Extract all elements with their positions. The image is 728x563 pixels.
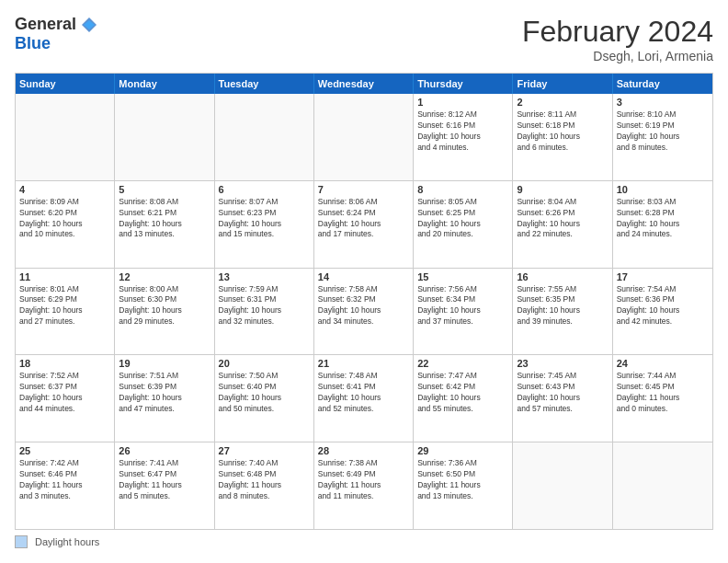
day-info: Sunrise: 8:01 AM Sunset: 6:29 PM Dayligh… (19, 284, 110, 328)
day-number: 18 (19, 358, 110, 369)
day-number: 13 (219, 271, 310, 282)
cal-day-empty (215, 94, 314, 180)
day-number: 22 (417, 358, 508, 369)
page: General Blue February 2024 Dsegh, Lori, … (0, 0, 728, 563)
logo-icon (80, 16, 98, 34)
day-info: Sunrise: 7:58 AM Sunset: 6:32 PM Dayligh… (318, 284, 409, 328)
cal-day-7: 7Sunrise: 8:06 AM Sunset: 6:24 PM Daylig… (314, 181, 414, 268)
day-number: 27 (219, 445, 310, 456)
cal-day-12: 12Sunrise: 8:00 AM Sunset: 6:30 PM Dayli… (115, 269, 214, 355)
day-number: 7 (318, 184, 409, 195)
cal-day-empty (16, 94, 115, 180)
cal-day-26: 26Sunrise: 7:41 AM Sunset: 6:47 PM Dayli… (115, 442, 214, 529)
day-info: Sunrise: 8:09 AM Sunset: 6:20 PM Dayligh… (19, 197, 110, 241)
day-number: 23 (517, 358, 608, 369)
cal-day-16: 16Sunrise: 7:55 AM Sunset: 6:35 PM Dayli… (513, 269, 612, 355)
day-number: 3 (617, 97, 709, 108)
location-subtitle: Dsegh, Lori, Armenia (522, 49, 713, 63)
day-info: Sunrise: 7:40 AM Sunset: 6:48 PM Dayligh… (219, 458, 310, 502)
cal-week-5: 25Sunrise: 7:42 AM Sunset: 6:46 PM Dayli… (16, 442, 712, 529)
calendar-header: SundayMondayTuesdayWednesdayThursdayFrid… (16, 74, 712, 94)
day-number: 15 (417, 271, 508, 282)
cal-header-day-monday: Monday (115, 74, 214, 94)
cal-header-day-thursday: Thursday (414, 74, 513, 94)
cal-week-4: 18Sunrise: 7:52 AM Sunset: 6:37 PM Dayli… (16, 355, 712, 442)
logo-text: General (15, 15, 98, 34)
day-info: Sunrise: 8:10 AM Sunset: 6:19 PM Dayligh… (617, 109, 709, 154)
day-number: 25 (19, 445, 110, 456)
day-number: 4 (19, 184, 110, 195)
day-info: Sunrise: 7:48 AM Sunset: 6:41 PM Dayligh… (318, 371, 409, 415)
cal-day-5: 5Sunrise: 8:08 AM Sunset: 6:21 PM Daylig… (115, 181, 214, 268)
calendar-body: 1Sunrise: 8:12 AM Sunset: 6:16 PM Daylig… (16, 94, 712, 529)
day-number: 14 (318, 271, 409, 282)
day-info: Sunrise: 7:59 AM Sunset: 6:31 PM Dayligh… (219, 284, 310, 328)
day-info: Sunrise: 7:47 AM Sunset: 6:42 PM Dayligh… (417, 371, 508, 415)
cal-week-2: 4Sunrise: 8:09 AM Sunset: 6:20 PM Daylig… (16, 181, 712, 269)
cal-day-2: 2Sunrise: 8:11 AM Sunset: 6:18 PM Daylig… (513, 94, 612, 180)
day-info: Sunrise: 7:45 AM Sunset: 6:43 PM Dayligh… (517, 371, 608, 415)
logo: General Blue (15, 15, 98, 53)
day-info: Sunrise: 7:41 AM Sunset: 6:47 PM Dayligh… (119, 458, 210, 502)
cal-day-21: 21Sunrise: 7:48 AM Sunset: 6:41 PM Dayli… (314, 355, 414, 442)
cal-day-9: 9Sunrise: 8:04 AM Sunset: 6:26 PM Daylig… (513, 181, 612, 268)
cal-day-6: 6Sunrise: 8:07 AM Sunset: 6:23 PM Daylig… (215, 181, 314, 268)
day-info: Sunrise: 7:42 AM Sunset: 6:46 PM Dayligh… (19, 458, 110, 502)
logo-blue: Blue (15, 34, 51, 53)
day-number: 9 (517, 184, 608, 195)
day-number: 11 (19, 271, 110, 282)
cal-day-27: 27Sunrise: 7:40 AM Sunset: 6:48 PM Dayli… (215, 442, 314, 529)
day-number: 19 (119, 358, 210, 369)
day-number: 17 (617, 271, 709, 282)
cal-day-20: 20Sunrise: 7:50 AM Sunset: 6:40 PM Dayli… (215, 355, 314, 442)
day-info: Sunrise: 7:36 AM Sunset: 6:50 PM Dayligh… (417, 458, 508, 502)
day-info: Sunrise: 7:44 AM Sunset: 6:45 PM Dayligh… (617, 371, 709, 415)
day-number: 20 (219, 358, 310, 369)
day-info: Sunrise: 8:12 AM Sunset: 6:16 PM Dayligh… (417, 109, 508, 154)
day-info: Sunrise: 7:56 AM Sunset: 6:34 PM Dayligh… (417, 284, 508, 328)
cal-week-1: 1Sunrise: 8:12 AM Sunset: 6:16 PM Daylig… (16, 94, 712, 181)
day-number: 24 (617, 358, 709, 369)
day-number: 8 (417, 184, 508, 195)
cal-day-25: 25Sunrise: 7:42 AM Sunset: 6:46 PM Dayli… (16, 442, 115, 529)
cal-day-13: 13Sunrise: 7:59 AM Sunset: 6:31 PM Dayli… (215, 269, 314, 355)
cal-header-day-sunday: Sunday (16, 74, 115, 94)
day-info: Sunrise: 8:08 AM Sunset: 6:21 PM Dayligh… (119, 197, 210, 241)
day-number: 5 (119, 184, 210, 195)
cal-header-day-saturday: Saturday (613, 74, 712, 94)
cal-day-empty (513, 442, 612, 529)
month-title: February 2024 (522, 15, 713, 49)
day-info: Sunrise: 7:38 AM Sunset: 6:49 PM Dayligh… (318, 458, 409, 502)
cal-day-empty (613, 442, 712, 529)
day-info: Sunrise: 8:07 AM Sunset: 6:23 PM Dayligh… (219, 197, 310, 241)
day-number: 6 (219, 184, 310, 195)
footer: Daylight hours (15, 535, 713, 548)
cal-header-day-friday: Friday (513, 74, 612, 94)
day-info: Sunrise: 8:04 AM Sunset: 6:26 PM Dayligh… (517, 197, 608, 241)
cal-day-28: 28Sunrise: 7:38 AM Sunset: 6:49 PM Dayli… (314, 442, 414, 529)
day-number: 10 (617, 184, 709, 195)
day-info: Sunrise: 8:00 AM Sunset: 6:30 PM Dayligh… (119, 284, 210, 328)
cal-header-day-tuesday: Tuesday (215, 74, 314, 94)
day-number: 1 (417, 97, 508, 108)
cal-day-22: 22Sunrise: 7:47 AM Sunset: 6:42 PM Dayli… (414, 355, 513, 442)
day-info: Sunrise: 7:51 AM Sunset: 6:39 PM Dayligh… (119, 371, 210, 415)
cal-day-10: 10Sunrise: 8:03 AM Sunset: 6:28 PM Dayli… (613, 181, 712, 268)
cal-header-day-wednesday: Wednesday (314, 74, 414, 94)
day-number: 16 (517, 271, 608, 282)
title-section: February 2024 Dsegh, Lori, Armenia (522, 15, 713, 63)
day-number: 2 (517, 97, 608, 108)
day-info: Sunrise: 8:03 AM Sunset: 6:28 PM Dayligh… (617, 197, 709, 241)
day-info: Sunrise: 8:11 AM Sunset: 6:18 PM Dayligh… (517, 109, 608, 154)
day-info: Sunrise: 7:55 AM Sunset: 6:35 PM Dayligh… (517, 284, 608, 328)
cal-day-11: 11Sunrise: 8:01 AM Sunset: 6:29 PM Dayli… (16, 269, 115, 355)
day-number: 26 (119, 445, 210, 456)
calendar: SundayMondayTuesdayWednesdayThursdayFrid… (15, 73, 713, 530)
cal-day-19: 19Sunrise: 7:51 AM Sunset: 6:39 PM Dayli… (115, 355, 214, 442)
cal-day-18: 18Sunrise: 7:52 AM Sunset: 6:37 PM Dayli… (16, 355, 115, 442)
day-number: 28 (318, 445, 409, 456)
day-info: Sunrise: 8:05 AM Sunset: 6:25 PM Dayligh… (417, 197, 508, 241)
cal-day-29: 29Sunrise: 7:36 AM Sunset: 6:50 PM Dayli… (414, 442, 513, 529)
day-number: 29 (417, 445, 508, 456)
cal-day-14: 14Sunrise: 7:58 AM Sunset: 6:32 PM Dayli… (314, 269, 414, 355)
